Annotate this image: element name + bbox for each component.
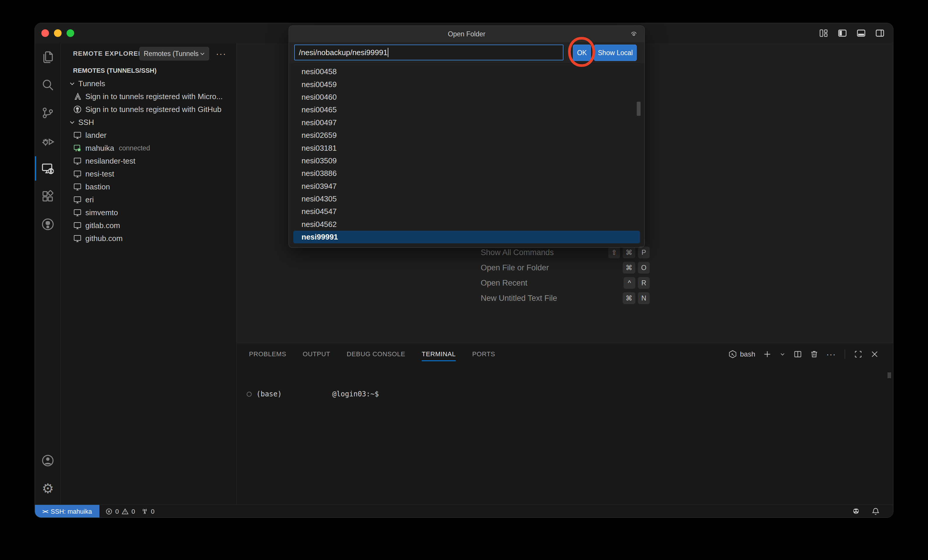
- shortcut-label: New Untitled Text File: [481, 294, 557, 303]
- folder-suggestion-nesi00465[interactable]: nesi00465: [293, 104, 640, 116]
- toggle-panel-icon[interactable]: [856, 28, 866, 38]
- panel-tab-ports[interactable]: PORTS: [472, 343, 495, 365]
- panel-scrollbar[interactable]: [888, 372, 891, 378]
- open-folder-dialog: Open Folder /nesi/nobackup/nesi99991 OK …: [289, 26, 644, 247]
- azure-icon: [73, 92, 82, 101]
- folder-suggestion-nesi99991[interactable]: nesi99991: [293, 231, 640, 243]
- tree-item-label: Sign in to tunnels registered with Micro…: [85, 92, 223, 101]
- show-local-button[interactable]: Show Local: [594, 44, 637, 61]
- close-window-button[interactable]: [41, 29, 49, 37]
- tree-item-eri[interactable]: eri: [61, 193, 237, 206]
- remote-view-selector[interactable]: Remotes (Tunnels: [139, 47, 209, 60]
- tree-item-nesilander-test[interactable]: nesilander-test: [61, 154, 237, 168]
- tree-item-simvemto[interactable]: simvemto: [61, 206, 237, 219]
- github-icon: [73, 105, 82, 114]
- terminal-env: (base): [256, 390, 282, 398]
- folder-suggestion-nesi04547[interactable]: nesi04547: [293, 205, 640, 218]
- terminal-shell-chip[interactable]: bash: [728, 350, 755, 359]
- split-terminal-icon[interactable]: [794, 350, 802, 359]
- customize-layout-icon[interactable]: [819, 28, 829, 38]
- tree-item-sign-in-to-tunnels-registered-with-micro[interactable]: Sign in to tunnels registered with Micro…: [61, 90, 237, 103]
- tree-item-label: gitlab.com: [85, 221, 120, 230]
- sidebar-item-explorer[interactable]: [35, 43, 61, 71]
- remote-icon: ><: [43, 508, 48, 515]
- inspect-eye-icon[interactable]: [630, 30, 638, 40]
- panel-tab-terminal[interactable]: TERMINAL: [422, 343, 456, 365]
- folder-suggestion-nesi00459[interactable]: nesi00459: [293, 78, 640, 91]
- more-actions-icon[interactable]: ···: [826, 350, 836, 359]
- sidebar-item-run-debug[interactable]: [35, 127, 61, 154]
- tree-item-mahuika[interactable]: mahuikaconnected: [61, 142, 237, 154]
- vm-icon: [73, 195, 82, 204]
- tree-item-sign-in-to-tunnels-registered-with-github[interactable]: Sign in to tunnels registered with GitHu…: [61, 103, 237, 116]
- sidebar-item-source-control[interactable]: [35, 99, 61, 127]
- tree-item-label: nesilander-test: [85, 157, 136, 166]
- folder-path-value: /nesi/nobackup/nesi99991: [299, 48, 388, 57]
- ok-button[interactable]: OK: [573, 44, 591, 61]
- radio-tower-icon: [141, 508, 148, 515]
- notifications-bell-icon[interactable]: [871, 507, 880, 516]
- folder-suggestion-nesi00460[interactable]: nesi00460: [293, 91, 640, 104]
- vm-icon: [73, 157, 82, 165]
- terminal-prompt: @login03:~$: [332, 390, 379, 398]
- accounts-button[interactable]: [35, 447, 61, 475]
- sidebar-title: REMOTE EXPLORER: [73, 43, 143, 64]
- panel-tabs: PROBLEMSOUTPUTDEBUG CONSOLETERMINALPORTS: [237, 343, 495, 365]
- error-count: 0: [115, 508, 119, 516]
- toggle-secondary-sidebar-icon[interactable]: [875, 28, 885, 38]
- sidebar-item-remote-explorer[interactable]: [35, 154, 61, 182]
- kill-terminal-icon[interactable]: [810, 350, 819, 359]
- copilot-icon[interactable]: [852, 507, 861, 516]
- chevron-down-icon: [199, 50, 206, 57]
- zoom-window-button[interactable]: [67, 29, 74, 37]
- broadcast-status[interactable]: 0: [141, 508, 154, 516]
- sidebar-item-github[interactable]: [35, 210, 61, 238]
- folder-suggestion-nesi03509[interactable]: nesi03509: [293, 154, 640, 167]
- folder-suggestion-nesi04562[interactable]: nesi04562: [293, 218, 640, 231]
- activity-bar-bottom: ⚙: [35, 447, 61, 502]
- panel-toolbar: bash ···: [728, 343, 879, 365]
- tree-item-tunnels[interactable]: Tunnels: [61, 77, 237, 90]
- folder-suggestion-nesi03181[interactable]: nesi03181: [293, 142, 640, 154]
- new-terminal-icon[interactable]: [763, 350, 772, 359]
- close-panel-icon[interactable]: [870, 350, 879, 359]
- problems-status[interactable]: 0 0: [105, 508, 135, 516]
- tree-item-gitlab-com[interactable]: gitlab.com: [61, 219, 237, 232]
- panel-tab-output[interactable]: OUTPUT: [303, 343, 330, 365]
- folder-suggestion-nesi03947[interactable]: nesi03947: [293, 180, 640, 192]
- panel-tab-debug-console[interactable]: DEBUG CONSOLE: [346, 343, 405, 365]
- section-header-remotes[interactable]: REMOTES (TUNNELS/SSH): [61, 64, 237, 77]
- sidebar-item-extensions[interactable]: [35, 182, 61, 210]
- bottom-panel: PROBLEMSOUTPUTDEBUG CONSOLETERMINALPORTS…: [237, 343, 893, 505]
- tree-item-label: simvemto: [85, 208, 118, 217]
- vm-icon: [73, 131, 82, 140]
- panel-tab-problems[interactable]: PROBLEMS: [249, 343, 286, 365]
- traffic-lights: [41, 29, 74, 37]
- folder-suggestion-nesi02659[interactable]: nesi02659: [293, 129, 640, 142]
- toggle-primary-sidebar-icon[interactable]: [837, 28, 847, 38]
- tree-item-label: Sign in to tunnels registered with GitHu…: [85, 105, 221, 114]
- tree-item-github-com[interactable]: github.com: [61, 232, 237, 245]
- folder-suggestion-nesi00497[interactable]: nesi00497: [293, 116, 640, 129]
- settings-button[interactable]: ⚙: [35, 475, 61, 502]
- minimize-window-button[interactable]: [54, 29, 62, 37]
- sidebar-more-actions-button[interactable]: ···: [214, 47, 228, 60]
- tree-item-lander[interactable]: lander: [61, 129, 237, 142]
- terminal-dropdown-icon[interactable]: [779, 351, 786, 357]
- dialog-titlebar[interactable]: Open Folder: [289, 26, 644, 42]
- view-selector-value: Remotes (Tunnels: [144, 50, 199, 58]
- folder-suggestion-nesi04305[interactable]: nesi04305: [293, 192, 640, 205]
- tree-item-bastion[interactable]: bastion: [61, 180, 237, 193]
- folder-suggestion-nesi00458[interactable]: nesi00458: [293, 66, 640, 78]
- suggestions-scrollbar[interactable]: [637, 102, 641, 116]
- tree-item-nesi-test[interactable]: nesi-test: [61, 168, 237, 180]
- prompt-circle-icon: [247, 392, 252, 397]
- folder-suggestion-nesi03886[interactable]: nesi03886: [293, 167, 640, 180]
- sidebar-item-search[interactable]: [35, 71, 61, 99]
- terminal-content[interactable]: (base) @login03:~$: [247, 390, 379, 398]
- maximize-panel-icon[interactable]: [854, 350, 862, 359]
- tree-item-ssh[interactable]: SSH: [61, 116, 237, 129]
- folder-path-input[interactable]: /nesi/nobackup/nesi99991: [294, 44, 563, 60]
- watermark-shortcut-row: Open File or Folder⌘O: [481, 260, 650, 275]
- remote-status-indicator[interactable]: >< SSH: mahuika: [35, 505, 99, 518]
